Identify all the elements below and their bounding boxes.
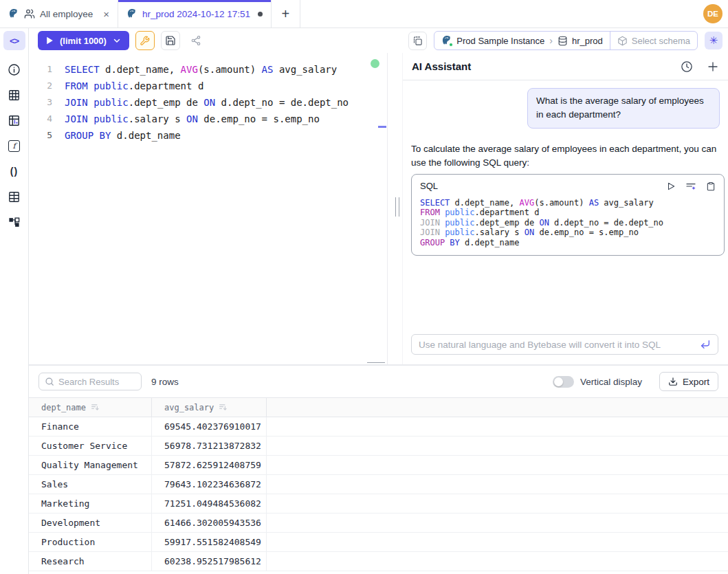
submit-return-icon[interactable] bbox=[700, 339, 711, 350]
table-cell-filler bbox=[267, 514, 728, 532]
column-header-dept_name[interactable]: dept_name bbox=[29, 398, 152, 417]
sql-token bbox=[88, 80, 93, 91]
new-tab-button[interactable]: + bbox=[272, 0, 300, 27]
table-row[interactable]: Sales79643.102234636872 bbox=[29, 475, 728, 494]
parentheses-icon: () bbox=[10, 166, 18, 177]
vertical-splitter[interactable] bbox=[388, 53, 402, 364]
table-cell[interactable]: Quality Management bbox=[29, 456, 152, 474]
table-cell[interactable]: 56978.731213872832 bbox=[152, 437, 267, 455]
table-cell[interactable]: Sales bbox=[29, 475, 152, 494]
breadcrumb-separator: › bbox=[549, 35, 553, 46]
ai-assistant-header: AI Assistant bbox=[403, 53, 728, 80]
table-cell[interactable]: 69545.402376910017 bbox=[152, 417, 267, 436]
table-row[interactable]: Research60238.952517985612 bbox=[29, 552, 728, 571]
insert-into-editor-icon[interactable] bbox=[685, 181, 696, 192]
line-code: FROM public.department d bbox=[65, 78, 203, 94]
sort-icon[interactable] bbox=[219, 403, 228, 412]
table-cell[interactable]: Production bbox=[29, 533, 152, 551]
table-row[interactable]: Finance69545.402376910017 bbox=[29, 417, 728, 437]
table-cell[interactable]: 71251.049484536082 bbox=[152, 494, 267, 513]
postgresql-icon bbox=[8, 8, 19, 19]
connection-selector[interactable]: Prod Sample Instance › hr_prod bbox=[434, 32, 609, 49]
sidebar-item-schema-diagram[interactable] bbox=[3, 111, 25, 130]
function-icon: f bbox=[8, 140, 20, 152]
sql-code-block: SQL bbox=[411, 174, 725, 256]
splitter-handle[interactable] bbox=[395, 197, 399, 217]
export-button[interactable]: Export bbox=[659, 372, 718, 391]
table-cell[interactable]: 60238.952517985612 bbox=[152, 552, 267, 571]
format-sql-button[interactable] bbox=[135, 31, 155, 50]
editor-line[interactable]: 2FROM public.department d bbox=[29, 78, 387, 94]
table-cell[interactable]: 59917.551582408549 bbox=[152, 533, 267, 551]
sidebar-item-procedures[interactable]: () bbox=[3, 162, 25, 181]
sidebar-item-info[interactable] bbox=[3, 60, 25, 79]
table-cell[interactable]: Finance bbox=[29, 417, 152, 436]
batch-query-button[interactable] bbox=[408, 32, 427, 50]
sql-token: avg_salary bbox=[599, 198, 653, 208]
table-cell[interactable]: 79643.102234636872 bbox=[152, 475, 267, 494]
active-tab-indicator bbox=[118, 0, 271, 2]
overview-ruler-cursor-mark bbox=[378, 126, 386, 128]
table-cell[interactable]: 61466.302005943536 bbox=[152, 514, 267, 532]
sql-token: FROM bbox=[420, 208, 440, 217]
table-cell[interactable]: Customer Service bbox=[29, 437, 152, 455]
sql-token: .salary s bbox=[475, 228, 525, 237]
editor-line[interactable]: 3JOIN public.dept_emp de ON d.dept_no = … bbox=[29, 94, 387, 111]
code-line: JOIN public.salary s ON de.emp_no = s.em… bbox=[420, 228, 716, 238]
editor-line[interactable]: 5GROUP BY d.dept_name bbox=[29, 127, 387, 144]
column-header-avg_salary[interactable]: avg_salary bbox=[152, 398, 267, 417]
column-header-label: dept_name bbox=[41, 398, 86, 417]
line-code: JOIN public.dept_emp de ON d.dept_no = d… bbox=[65, 94, 349, 111]
unsaved-indicator-dot bbox=[258, 12, 263, 16]
sql-token: de.emp_no = s.emp_no bbox=[534, 228, 639, 237]
close-tab-icon[interactable]: × bbox=[103, 9, 109, 19]
vertical-display-label: Vertical display bbox=[580, 377, 642, 387]
table-cell-filler bbox=[267, 456, 728, 474]
editor-line[interactable]: 4JOIN public.salary s ON de.emp_no = s.e… bbox=[29, 111, 387, 127]
table-cell[interactable]: Marketing bbox=[29, 494, 152, 513]
panel-title: AI Assistant bbox=[412, 60, 471, 72]
table-row[interactable]: Development61466.302005943536 bbox=[29, 514, 728, 533]
table-cell-filler bbox=[267, 437, 728, 455]
copy-sql-icon[interactable] bbox=[706, 181, 716, 191]
tab-hr-prod[interactable]: hr_prod 2024-10-12 17:51 bbox=[118, 0, 272, 27]
run-query-button[interactable]: (limit 1000) bbox=[38, 31, 129, 50]
tab-label: hr_prod 2024-10-12 17:51 bbox=[142, 9, 250, 19]
table-cell[interactable]: 57872.625912408759 bbox=[152, 456, 267, 474]
table-row[interactable]: Marketing71251.049484536082 bbox=[29, 494, 728, 514]
table-cell[interactable]: Development bbox=[29, 514, 152, 532]
sql-editor[interactable]: 1SELECT d.dept_name, AVG(s.amount) AS av… bbox=[29, 53, 387, 364]
ai-assistant-button[interactable]: ✳ bbox=[705, 32, 723, 49]
postgresql-icon bbox=[8, 8, 19, 19]
table-row[interactable]: Quality Management57872.625912408759 bbox=[29, 456, 728, 475]
history-clock-icon[interactable] bbox=[681, 60, 693, 73]
editor-line[interactable]: 1SELECT d.dept_name, AVG(s.amount) AS av… bbox=[29, 61, 387, 78]
sql-token: public bbox=[445, 228, 474, 237]
search-results-input[interactable] bbox=[58, 377, 135, 387]
editor-toolbar: (limit 1000) bbox=[29, 28, 728, 53]
sidebar-item-functions[interactable]: f bbox=[3, 136, 25, 155]
vertical-display-toggle[interactable] bbox=[553, 376, 574, 388]
run-sql-icon[interactable] bbox=[666, 181, 676, 191]
save-sheet-button[interactable] bbox=[161, 31, 180, 50]
sidebar-item-views[interactable] bbox=[3, 187, 25, 206]
sql-token: JOIN bbox=[420, 228, 440, 237]
user-avatar[interactable]: DE bbox=[703, 4, 723, 23]
sort-icon[interactable] bbox=[91, 403, 100, 412]
table-row[interactable]: Production59917.551582408549 bbox=[29, 533, 728, 552]
share-sheet-button[interactable] bbox=[186, 31, 206, 50]
sidebar-item-tables[interactable] bbox=[3, 85, 25, 104]
sidebar-item-er-diagram[interactable] bbox=[3, 212, 25, 232]
sql-token: ON bbox=[186, 113, 198, 124]
table-row[interactable]: Customer Service56978.731213872832 bbox=[29, 437, 728, 456]
new-chat-plus-icon[interactable] bbox=[707, 60, 719, 73]
tab-all-employee[interactable]: All employee × bbox=[0, 0, 118, 27]
table-cell[interactable]: Research bbox=[29, 552, 152, 571]
instance-status-dot bbox=[449, 43, 453, 47]
schema-selector[interactable]: Select schema bbox=[610, 32, 697, 49]
share-icon bbox=[190, 35, 201, 46]
sql-token: d.dept_no = de.dept_no bbox=[215, 97, 349, 108]
sidebar-item-sql-editor[interactable]: <> bbox=[3, 31, 25, 50]
sql-token: FROM bbox=[65, 80, 88, 91]
ai-prompt-input[interactable] bbox=[419, 340, 694, 350]
